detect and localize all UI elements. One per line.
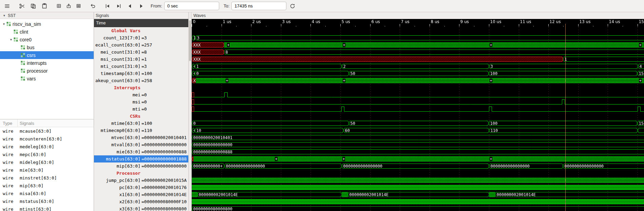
next-button[interactable] xyxy=(136,1,146,11)
signal-value: =0000000000000000 xyxy=(141,142,187,147)
module-icon xyxy=(21,61,25,65)
signal-row[interactable]: mei_count[31:0]=8 xyxy=(94,49,188,56)
sst-panel-header[interactable]: ▾ SST xyxy=(0,12,94,19)
wire-row[interactable]: wiremcounteren[63:0] xyxy=(0,135,94,143)
module-icon xyxy=(21,45,25,50)
signal-row[interactable]: mie[63:0]=0000000000000888 xyxy=(94,148,188,155)
wire-row[interactable]: wiremideleg[63:0] xyxy=(0,158,94,166)
wire-row[interactable]: wiremepc[63:0] xyxy=(0,151,94,158)
time-header[interactable]: Time xyxy=(94,19,188,27)
expander-icon[interactable]: ▾ xyxy=(8,38,14,41)
signal-row[interactable]: mtvec[63:0]=0000000020010401 xyxy=(94,134,188,141)
wire-row[interactable]: wireminstret[63:0] xyxy=(0,174,94,182)
collapse-icon: ▾ xyxy=(2,14,7,17)
scrollbar-thumb[interactable] xyxy=(189,20,191,61)
wire-type: wire xyxy=(0,207,18,211)
signals-list: Global Varscount_123[7:0]=3ecall_count[6… xyxy=(94,27,188,211)
section-row[interactable]: Global Vars xyxy=(94,27,188,34)
signal-row[interactable]: mip[63:0]=0000000000000000 xyxy=(94,162,188,170)
undo-button[interactable] xyxy=(88,1,98,11)
signal-row[interactable]: mti_count[31:0]=3 xyxy=(94,63,188,70)
signals-column-header: Signals xyxy=(18,121,34,126)
signal-row[interactable]: x3[63:0]=0000000080000800 xyxy=(94,205,188,211)
signal-row[interactable]: mti=0 xyxy=(94,106,188,113)
wire-row[interactable]: wiremisa[63:0] xyxy=(0,190,94,197)
sst-item-label: bus xyxy=(27,45,35,50)
signal-name: timestamp[63:0] xyxy=(94,71,140,76)
sst-item-processor[interactable]: processor xyxy=(0,67,94,75)
export-button[interactable] xyxy=(64,1,73,11)
sst-tree: ▾riscv_isa_simclint▾core0buscsrsinterrup… xyxy=(0,19,94,119)
signal-value: =0 xyxy=(141,107,147,112)
signal-row[interactable]: msi_count[31:0]=1 xyxy=(94,56,188,63)
signal-row[interactable]: mstatus[63:0]=0000000000001888 xyxy=(94,155,188,162)
signal-row[interactable]: jump_pc[63:0]=000000002001015A xyxy=(94,177,188,184)
wire-type: wire xyxy=(0,129,18,134)
signal-value: =258 xyxy=(141,78,152,83)
signal-row[interactable]: msi=0 xyxy=(94,98,188,106)
module-icon xyxy=(21,69,25,73)
sst-title: SST xyxy=(8,13,16,18)
module-icon xyxy=(21,76,25,81)
sst-item-csrs[interactable]: csrs xyxy=(0,51,94,59)
signal-name: ecall_count[63:0] xyxy=(94,42,140,47)
wire-row[interactable]: wiremtinst[63:0] xyxy=(0,205,94,211)
list-button[interactable] xyxy=(74,1,83,11)
wire-row[interactable]: wiremip[63:0] xyxy=(0,182,94,190)
section-row[interactable]: Interrupts xyxy=(94,84,188,91)
sst-item-label: csrs xyxy=(27,53,36,58)
copy-icon xyxy=(30,3,36,9)
copy-button[interactable] xyxy=(28,1,38,11)
waveform-canvas[interactable] xyxy=(192,19,644,211)
signal-name: mtime[63:0] xyxy=(94,121,140,126)
sst-item-core0[interactable]: ▾core0 xyxy=(0,36,94,43)
signal-row[interactable]: mtimecmp0[63:0]=110 xyxy=(94,127,188,134)
signal-row[interactable]: pc[63:0]=0000000020010176 xyxy=(94,184,188,191)
signal-row[interactable]: mtval[63:0]=0000000000000000 xyxy=(94,141,188,148)
signal-row[interactable]: count_123[7:0]=3 xyxy=(94,34,188,41)
signal-row[interactable]: ecall_count[63:0]=257 xyxy=(94,41,188,49)
last-button[interactable] xyxy=(114,1,124,11)
to-input[interactable] xyxy=(231,2,286,10)
signal-row[interactable]: x2[63:0]=0000000080000F10 xyxy=(94,198,188,205)
reload-button[interactable] xyxy=(287,1,298,11)
sst-item-interrupts[interactable]: interrupts xyxy=(0,59,94,67)
signal-value: =000000002001015A xyxy=(141,178,187,183)
signal-value: =0000000000001888 xyxy=(141,156,187,161)
signal-row[interactable]: timestamp[63:0]=100 xyxy=(94,70,188,77)
wire-row[interactable]: wiremstatus[63:0] xyxy=(0,197,94,205)
prev-icon xyxy=(127,3,133,9)
wire-type: wire xyxy=(0,160,18,165)
signal-name: akeup_count[63:0] xyxy=(94,78,140,83)
signal-row[interactable]: akeup_count[63:0]=258 xyxy=(94,77,188,84)
sst-item-clint[interactable]: clint xyxy=(0,28,94,36)
wire-row[interactable]: wiremie[63:0] xyxy=(0,166,94,174)
wire-type: wire xyxy=(0,168,18,173)
section-row[interactable]: Processor xyxy=(94,170,188,177)
signal-value: =000000002001014E xyxy=(141,192,187,197)
signal-name: mip[63:0] xyxy=(94,164,140,169)
signal-row[interactable]: x1[63:0]=000000002001014E xyxy=(94,191,188,198)
section-row[interactable]: CSRs xyxy=(94,113,188,120)
signals-panel-header: Signals xyxy=(94,12,188,19)
wire-row[interactable]: wiremcause[63:0] xyxy=(0,127,94,135)
expander-icon[interactable]: ▾ xyxy=(1,22,6,26)
sst-item-riscv_isa_sim[interactable]: ▾riscv_isa_sim xyxy=(0,20,94,28)
signal-value: =0 xyxy=(141,92,147,97)
waves-scrollbar[interactable] xyxy=(189,12,192,211)
prev-button[interactable] xyxy=(125,1,135,11)
signal-row[interactable]: mtime[63:0]=100 xyxy=(94,120,188,127)
wire-signal-name: medeleg[63:0] xyxy=(18,144,54,149)
signal-name: mtimecmp0[63:0] xyxy=(94,128,140,133)
sst-item-vars[interactable]: vars xyxy=(0,75,94,82)
signal-row[interactable]: mei=0 xyxy=(94,91,188,98)
paste-button[interactable] xyxy=(39,1,50,11)
signal-name: mtvec[63:0] xyxy=(94,135,140,140)
grid-button[interactable] xyxy=(54,1,63,11)
cut-button[interactable] xyxy=(17,1,27,11)
sst-item-bus[interactable]: bus xyxy=(0,43,94,51)
menu-button[interactable] xyxy=(2,1,12,11)
first-button[interactable] xyxy=(102,1,113,11)
from-input[interactable] xyxy=(164,2,219,10)
wire-row[interactable]: wiremedeleg[63:0] xyxy=(0,143,94,151)
